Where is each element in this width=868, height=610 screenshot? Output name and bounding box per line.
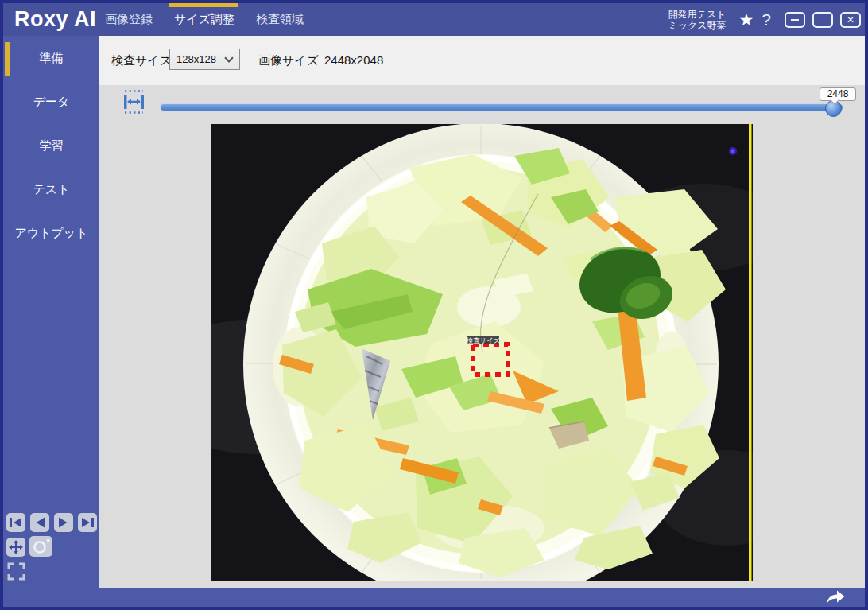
fit-view-button[interactable] [6, 561, 26, 581]
camera-icon [29, 536, 52, 557]
top-tabs: 画像登録 サイズ調整 検査領域 [105, 3, 304, 36]
size-slider-track[interactable] [161, 104, 843, 111]
snapshot-button[interactable] [29, 536, 52, 557]
inspection-size-label: 検査サイズ [111, 53, 172, 68]
project-info: 開発用テスト ミックス野菜 [668, 9, 726, 31]
share-arrow-icon [825, 589, 846, 605]
previous-image-button[interactable] [30, 513, 49, 532]
roi-label: 検査サイズ [466, 336, 500, 344]
image-size-label: 画像サイズ [258, 53, 319, 68]
pan-button[interactable] [6, 538, 25, 557]
sidebar: 準備 データ 学習 テスト アウトプット [3, 36, 99, 607]
sidebar-item-data[interactable]: データ [3, 92, 99, 111]
sample-image: 検査サイズ [211, 124, 753, 581]
sidebar-item-train[interactable]: 学習 [3, 136, 99, 155]
skip-last-icon [80, 516, 95, 529]
inspection-size-select[interactable]: 128x128 [169, 49, 240, 70]
next-icon [57, 516, 70, 529]
top-bar: Roxy AI 画像登録 サイズ調整 検査領域 開発用テスト ミックス野菜 ★ … [3, 3, 865, 36]
close-button[interactable]: ✕ [840, 12, 861, 28]
sidebar-item-output[interactable]: アウトプット [3, 223, 99, 243]
chevron-down-icon [224, 53, 233, 62]
size-toolbar: 検査サイズ 128x128 画像サイズ 2448x2048 [99, 36, 865, 85]
tab-inspection-area[interactable]: 検査領域 [256, 12, 304, 27]
app-logo: Roxy AI [14, 7, 96, 32]
tab-size-adjust[interactable]: サイズ調整 [174, 12, 234, 27]
skip-first-icon [9, 516, 23, 529]
last-image-button[interactable] [78, 513, 97, 532]
width-guide-line[interactable] [749, 124, 752, 581]
next-image-button[interactable] [54, 513, 73, 532]
move-icon [8, 539, 24, 555]
sidebar-item-test[interactable]: テスト [3, 180, 99, 199]
minimize-icon [791, 19, 799, 21]
favorite-icon[interactable]: ★ [738, 10, 754, 29]
image-size-value: 2448x2048 [324, 53, 383, 67]
help-icon[interactable]: ? [761, 10, 771, 29]
minimize-button[interactable] [785, 12, 805, 28]
top-bar-right: 開発用テスト ミックス野菜 ★ ? ✕ [668, 3, 861, 36]
fullscreen-corners-icon [6, 561, 26, 581]
sidebar-item-prepare[interactable]: 準備 [3, 49, 99, 68]
maximize-button[interactable] [812, 12, 833, 28]
image-viewer[interactable]: 検査サイズ [211, 124, 753, 581]
export-button[interactable] [825, 589, 846, 605]
inspection-size-value: 128x128 [176, 53, 216, 65]
dataset-name: ミックス野菜 [668, 20, 726, 31]
project-name: 開発用テスト [668, 9, 726, 20]
app-window: Roxy AI 画像登録 サイズ調整 検査領域 開発用テスト ミックス野菜 ★ … [0, 0, 868, 610]
width-measure-icon [122, 89, 145, 118]
active-tab-indicator [169, 2, 238, 7]
slider-value-tooltip: 2448 [820, 87, 856, 101]
first-image-button[interactable] [6, 513, 25, 532]
main-area: 検査サイズ 128x128 画像サイズ 2448x2048 [99, 36, 865, 607]
tab-image-registration[interactable]: 画像登録 [105, 12, 153, 27]
previous-icon [33, 516, 46, 529]
bottom-bar [99, 588, 865, 607]
